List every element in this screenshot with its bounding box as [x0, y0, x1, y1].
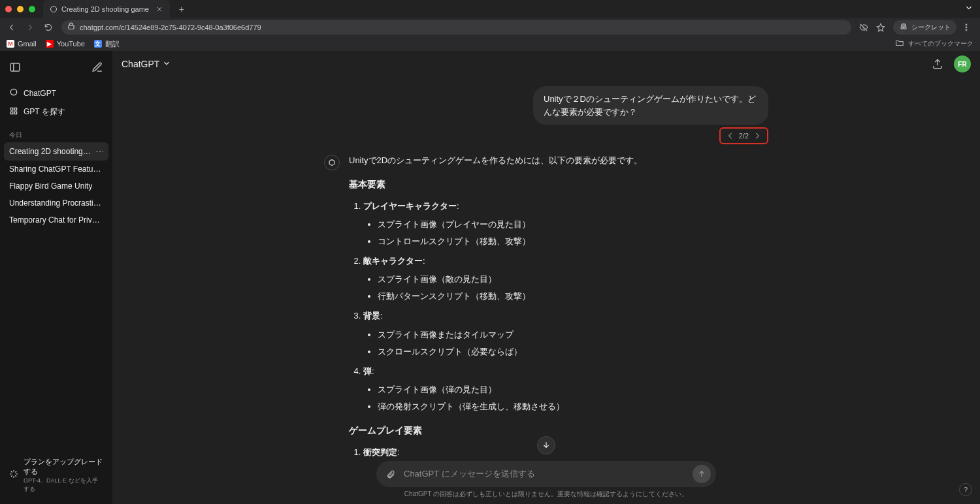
chatgpt-favicon-icon [50, 5, 57, 13]
address-bar[interactable]: chatgpt.com/c/14524e89-2c75-4072-9c48-0a… [61, 20, 851, 35]
sidebar-item-chatgpt[interactable]: ChatGPT [4, 84, 108, 102]
hide-icon[interactable] [857, 20, 871, 35]
list-item: 背景: スプライト画像またはタイルマップ スクロールスクリプト（必要ならば） [363, 309, 642, 358]
prev-version-button[interactable] [726, 131, 735, 140]
bookmark-youtube[interactable]: ▶ YouTube [46, 40, 85, 48]
heading-gameplay: ゲームプレイ要素 [349, 423, 642, 439]
svg-point-5 [966, 27, 967, 28]
main: ChatGPT FR Unityで２Dのシューティングゲームが作りたいです。どん… [112, 51, 980, 504]
list-item: 衝突判定: [363, 445, 642, 460]
help-button[interactable]: ? [959, 483, 972, 496]
new-chat-button[interactable] [89, 59, 106, 76]
incognito-label: シークレット [911, 23, 951, 32]
list-item: コントロールスクリプト（移動、攻撃） [378, 234, 642, 249]
back-button[interactable] [4, 20, 20, 35]
svg-point-3 [904, 27, 907, 29]
input-placeholder: ChatGPT にメッセージを送信する [404, 468, 687, 480]
upgrade-subtitle: GPT-4、DALL·E などを入手する [24, 477, 103, 494]
incognito-badge[interactable]: シークレット [893, 20, 956, 35]
list-item: 敵キャラクター: スプライト画像（敵の見た目） 行動パターンスクリプト（移動、攻… [363, 254, 642, 304]
browser-menu-icon[interactable] [959, 20, 973, 35]
list-item: スプライト画像またはタイルマップ [378, 328, 642, 342]
attach-file-button[interactable] [383, 466, 399, 482]
browser-chrome: Creating 2D shooting game + chatgpt.com/… [0, 0, 980, 51]
svg-point-13 [329, 160, 335, 165]
section-today: 今日 [4, 125, 108, 142]
tab-overflow-icon[interactable] [964, 3, 973, 15]
model-selector[interactable]: ChatGPT [122, 59, 171, 70]
bookmark-translate[interactable]: 文 翻訳 [94, 39, 120, 49]
history-more-icon[interactable]: ⋯ [95, 146, 103, 157]
list-item: 行動パターンスクリプト（移動、攻撃） [378, 289, 642, 304]
svg-point-2 [901, 27, 904, 29]
scroll-to-bottom-button[interactable] [537, 436, 555, 454]
star-icon[interactable] [874, 20, 888, 35]
svg-rect-9 [10, 108, 13, 110]
sidebar-item-explore[interactable]: GPT を探す [4, 102, 108, 121]
minimize-window-icon[interactable] [17, 6, 24, 12]
window-controls [5, 6, 35, 12]
browser-tab[interactable]: Creating 2D shooting game [43, 0, 170, 18]
bookmark-label: Gmail [18, 40, 37, 48]
upgrade-title: プランをアップグレードする [24, 457, 103, 477]
user-message: Unityで２Dのシューティングゲームが作りたいです。どんな要素が必要ですか？ [533, 86, 768, 125]
avatar-initials: FR [958, 61, 966, 68]
collapse-sidebar-button[interactable] [7, 59, 24, 76]
bookmark-label: 翻訳 [105, 39, 120, 49]
list-item: スクロールスクリプト（必要ならば） [378, 345, 642, 359]
main-header: ChatGPT FR [112, 51, 980, 77]
history-item[interactable]: Understanding Procrastination; O [4, 195, 108, 212]
send-button[interactable] [693, 465, 711, 483]
tab-close-icon[interactable] [155, 5, 163, 13]
folder-icon [895, 39, 904, 49]
forward-button [22, 20, 38, 35]
model-name: ChatGPT [122, 59, 159, 69]
toolbar-right: シークレット [857, 20, 976, 35]
new-tab-button[interactable]: + [175, 3, 188, 16]
history-item[interactable]: Flappy Bird Game Unity [4, 178, 108, 195]
translate-icon: 文 [94, 40, 102, 48]
app: ChatGPT GPT を探す 今日 Creating 2D shooting … [0, 51, 980, 504]
list-item: 弾: スプライト画像（弾の見た目） 弾の発射スクリプト（弾を生成し、移動させる） [363, 364, 642, 414]
history-item-label: Understanding Procrastination; O [9, 198, 103, 208]
history-item-label: Flappy Bird Game Unity [9, 181, 92, 191]
svg-point-8 [10, 89, 16, 95]
message-input[interactable]: ChatGPT にメッセージを送信する [376, 461, 716, 487]
avatar[interactable]: FR [954, 55, 971, 72]
svg-rect-7 [10, 63, 20, 71]
history-item-label: Temporary Chat for Privacy [9, 215, 103, 225]
list-item: スプライト画像（弾の見た目） [378, 383, 642, 397]
svg-point-4 [966, 24, 967, 25]
all-bookmarks[interactable]: すべてのブックマーク [895, 39, 973, 49]
next-version-button[interactable] [753, 131, 762, 140]
gmail-icon: M [7, 40, 14, 48]
history-item[interactable]: Sharing ChatGPT Features [4, 161, 108, 178]
svg-point-6 [966, 29, 967, 31]
list-item: 弾の発射スクリプト（弾を生成し、移動させる） [378, 400, 642, 414]
assistant-intro: Unityで2Dのシューティングゲームを作るためには、以下の要素が必要です。 [349, 153, 642, 168]
bookmark-label: YouTube [57, 40, 85, 48]
history-item-active[interactable]: Creating 2D shooting game ⋯ [4, 142, 108, 161]
reload-button[interactable] [41, 20, 56, 35]
bookmark-gmail[interactable]: M Gmail [7, 40, 37, 48]
user-message-row: Unityで２Dのシューティングゲームが作りたいです。どんな要素が必要ですか？ [324, 86, 768, 125]
history-item-label: Creating 2D shooting game [9, 147, 93, 156]
list-item: スプライト画像（敵の見た目） [378, 272, 642, 287]
history-item-label: Sharing ChatGPT Features [9, 165, 103, 174]
svg-rect-10 [14, 108, 17, 110]
sidebar-upgrade[interactable]: プランをアップグレードする GPT-4、DALL·E などを入手する [4, 452, 108, 499]
site-info-icon[interactable] [67, 22, 76, 33]
close-window-icon[interactable] [5, 6, 12, 12]
svg-point-0 [51, 7, 57, 12]
input-area: ChatGPT にメッセージを送信する [376, 461, 716, 487]
svg-rect-11 [10, 112, 13, 114]
history-item[interactable]: Temporary Chat for Privacy [4, 212, 108, 228]
svg-rect-1 [69, 25, 74, 29]
share-button[interactable] [929, 55, 946, 72]
chevron-down-icon [162, 59, 171, 70]
maximize-window-icon[interactable] [29, 6, 35, 12]
youtube-icon: ▶ [46, 40, 54, 48]
assistant-avatar-icon [324, 155, 340, 170]
bookmarks-bar: M Gmail ▶ YouTube 文 翻訳 すべてのブックマーク [0, 37, 980, 51]
sparkle-icon [9, 469, 18, 481]
